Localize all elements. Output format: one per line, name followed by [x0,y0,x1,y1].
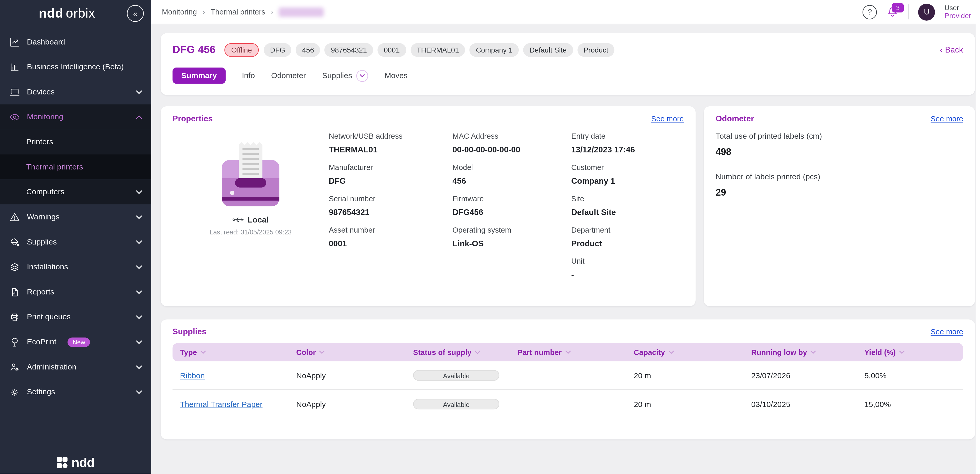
tab-odometer[interactable]: Odometer [271,71,306,80]
property-value: 13/12/2023 17:46 [571,145,684,154]
sidebar-item-devices[interactable]: Devices [0,80,151,105]
sidebar-item-administration[interactable]: Administration [0,355,151,380]
tag-badge: Company 1 [469,43,519,56]
sidebar-item-settings[interactable]: Settings [0,379,151,404]
column-header-label: Part number [517,348,562,356]
sidebar-item-installations[interactable]: Installations [0,254,151,280]
property-field: Operating systemLink-OS [452,226,571,248]
properties-see-more-link[interactable]: See more [651,114,684,123]
supply-status-pill: Available [413,399,499,409]
chevron-down-circle-icon[interactable] [356,70,368,81]
sidebar-item-label: Supplies [27,237,57,246]
breadcrumb-thermal-printers[interactable]: Thermal printers [211,8,265,16]
property-field: Entry date13/12/2023 17:46 [571,132,684,154]
sidebar-item-warnings[interactable]: Warnings [0,204,151,229]
column-header-label: Yield (%) [864,348,896,356]
supply-capacity: 20 m [634,371,751,380]
property-value: 0001 [329,239,452,248]
properties-card: Properties See more [161,107,696,306]
sidebar-item-thermal-printers[interactable]: Thermal printers [0,154,151,180]
property-value: Company 1 [571,176,684,186]
sidebar-collapse-button[interactable]: « [127,5,143,21]
sidebar-item-reports[interactable]: Reports [0,280,151,305]
property-field: Network/USB addressTHERMAL01 [329,132,452,154]
scrollbar-track[interactable] [975,0,980,474]
back-button[interactable]: ‹Back [940,45,963,54]
help-icon[interactable]: ? [862,5,877,19]
sidebar-item-business-intelligence-beta[interactable]: Business Intelligence (Beta) [0,54,151,80]
property-value: Default Site [571,207,684,217]
chevron-down-icon [135,215,143,219]
column-header-color[interactable]: Color [296,348,413,356]
tab-label: Odometer [271,71,306,80]
property-field: MAC Address00-00-00-00-00-00 [452,132,571,154]
column-header-capacity[interactable]: Capacity [634,348,751,356]
column-header-part-number[interactable]: Part number [517,348,633,356]
eye-icon [9,111,20,122]
sidebar-item-printers[interactable]: Printers [0,129,151,154]
sidebar-item-supplies[interactable]: Supplies [0,229,151,254]
sidebar-item-label: Printers [26,137,53,146]
property-label: Customer [571,163,684,172]
receipt-paper-shape [239,142,262,179]
supply-running-low-by: 03/10/2025 [751,400,864,409]
tab-info[interactable]: Info [242,71,255,80]
app-logo-light: orbix [66,6,95,20]
property-field: Unit- [571,257,684,280]
printer-figure-column: Local Last read: 31/05/2025 09:23 [173,129,329,280]
sort-chevron-icon [810,350,816,355]
property-label: Serial number [329,194,452,203]
supplies-see-more-link[interactable]: See more [931,327,963,336]
metric-label: Number of labels printed (pcs) [716,173,963,181]
tab-summary[interactable]: Summary [173,68,226,84]
sort-chevron-icon [200,350,206,355]
sidebar-item-print-queues[interactable]: Print queues [0,304,151,329]
tag-badge: 456 [296,43,320,56]
topbar-divider [908,5,909,19]
sidebar-item-monitoring[interactable]: Monitoring [0,104,151,129]
supply-type-link[interactable]: Ribbon [180,371,296,380]
supplies-table-header: TypeColorStatus of supplyPart numberCapa… [173,343,963,361]
user-avatar[interactable]: U [918,3,935,20]
property-value: 987654321 [329,207,452,217]
chevron-down-icon [135,365,143,369]
user-name: User [945,4,971,12]
supply-color: NoApply [296,400,413,409]
supply-yield: 5,00% [864,371,956,380]
sidebar-item-computers[interactable]: Computers [0,179,151,204]
chevron-down-icon [135,340,143,344]
property-value: 456 [452,176,571,186]
supply-capacity: 20 m [634,400,751,409]
sort-chevron-icon [899,350,905,355]
column-header-yield[interactable]: Yield (%) [864,348,956,356]
column-header-type[interactable]: Type [180,348,296,356]
property-value: 00-00-00-00-00-00 [452,145,571,154]
status-badge: Offline [224,43,259,56]
properties-title: Properties [173,114,213,123]
chevron-down-icon [135,265,143,269]
warning-icon [9,212,20,223]
sort-chevron-icon [565,350,571,355]
user-info[interactable]: User Provider [945,4,971,20]
metric-label: Total use of printed labels (cm) [716,132,963,141]
breadcrumb-monitoring[interactable]: Monitoring [162,8,197,16]
supplies-title: Supplies [173,327,207,336]
sidebar-item-ecoprint[interactable]: EcoPrintNew [0,329,151,355]
supply-type-link[interactable]: Thermal Transfer Paper [180,400,296,409]
ndd-mark-icon [57,457,68,468]
notifications-button[interactable]: 3 [886,6,899,18]
tab-supplies[interactable]: Supplies [322,70,368,81]
sidebar-item-dashboard[interactable]: Dashboard [0,30,151,55]
odometer-see-more-link[interactable]: See more [931,114,963,123]
column-header-running-low-by[interactable]: Running low by [751,348,864,356]
property-label: Network/USB address [329,132,452,141]
supply-status-cell: Available [413,399,517,409]
page-title: DFG 456 [173,43,216,56]
printer-illustration [222,142,279,206]
tab-moves[interactable]: Moves [385,71,408,80]
odometer-metric: Total use of printed labels (cm) 498 [716,132,963,157]
sidebar-item-label: Computers [26,188,64,196]
property-label: Model [452,163,571,172]
user-role: Provider [945,12,971,20]
column-header-status-of-supply[interactable]: Status of supply [413,348,517,356]
